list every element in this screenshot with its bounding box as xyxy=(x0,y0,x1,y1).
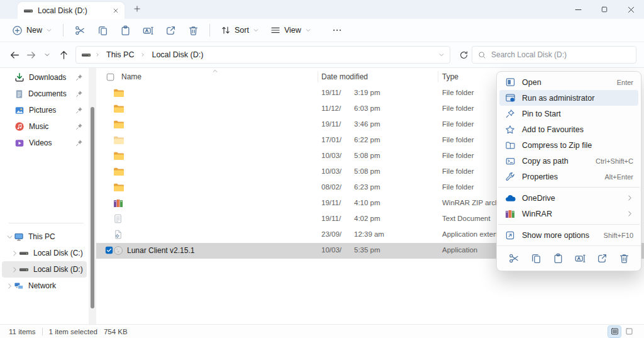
paste-button[interactable] xyxy=(551,251,565,265)
pin-icon xyxy=(75,123,83,130)
share-button[interactable] xyxy=(159,21,182,39)
delete-button[interactable] xyxy=(617,251,631,265)
select-all-checkbox[interactable] xyxy=(106,73,114,81)
icons-view-button[interactable] xyxy=(623,326,635,337)
menu-shortcut: Shift+F10 xyxy=(604,232,633,239)
column-name[interactable]: Name xyxy=(121,72,142,81)
column-date-modified[interactable]: Date modified xyxy=(321,72,368,81)
file-type: File folder xyxy=(442,167,474,175)
forward-button[interactable] xyxy=(23,47,39,63)
menu-item-label: Open xyxy=(522,78,617,87)
sidebar-item-this-pc[interactable]: This PC xyxy=(2,228,87,245)
sidebar-scrollbar[interactable] xyxy=(89,68,96,324)
file-type: File folder xyxy=(442,104,474,112)
sidebar-item-pictures[interactable]: Pictures xyxy=(2,102,87,118)
rename-button[interactable] xyxy=(573,251,587,265)
breadcrumb-local-disk-d[interactable]: Local Disk (D:) xyxy=(149,49,206,60)
file-date-modified: 10/03/ xyxy=(321,167,341,175)
file-date-modified: 17/01/ xyxy=(321,136,341,144)
navigation-bar: This PC Local Disk (D:) xyxy=(0,42,644,68)
menu-item-open[interactable]: OpenEnter xyxy=(499,74,638,90)
view-button[interactable]: View xyxy=(265,21,317,39)
sidebar: DownloadsDocumentsPicturesMusicVideos Th… xyxy=(0,68,89,324)
copy-button[interactable] xyxy=(529,251,543,265)
chevron-right-icon[interactable] xyxy=(10,250,19,257)
chevron-down-icon[interactable] xyxy=(5,234,14,240)
chevron-right-icon[interactable] xyxy=(5,283,14,290)
sidebar-item-local-disk-c[interactable]: Local Disk (C:) xyxy=(2,245,87,261)
details-view-button[interactable] xyxy=(608,326,621,337)
cut-button[interactable] xyxy=(69,21,91,39)
search-box xyxy=(472,46,636,64)
menu-item-copy-as-path[interactable]: Copy as pathCtrl+Shift+C xyxy=(499,153,638,169)
winrar-icon xyxy=(505,209,516,219)
delete-button[interactable] xyxy=(182,21,204,39)
file-type: File folder xyxy=(442,152,474,159)
refresh-button[interactable] xyxy=(455,47,472,63)
sort-ascending-icon xyxy=(212,68,218,74)
selection-count: 1 item selected xyxy=(49,328,97,335)
menu-item-run-as-administrator[interactable]: Run as administrator xyxy=(499,90,638,106)
see-more-button[interactable] xyxy=(326,21,348,39)
menu-item-pin-to-start[interactable]: Pin to Start xyxy=(499,106,638,121)
file-time-modified: 5:35 pm xyxy=(354,246,380,254)
pin-icon xyxy=(75,90,83,98)
file-type: File folder xyxy=(442,136,474,144)
up-button[interactable] xyxy=(55,47,72,63)
breadcrumb-chevron-icon xyxy=(95,52,100,57)
chevron-right-icon[interactable] xyxy=(10,266,19,273)
column-divider[interactable] xyxy=(438,71,438,82)
sidebar-item-music[interactable]: Music xyxy=(2,118,87,135)
sidebar-item-label: Downloads xyxy=(29,73,75,82)
menu-item-onedrive[interactable]: OneDrive xyxy=(499,190,638,206)
pin-icon xyxy=(75,106,83,114)
explorer-tab[interactable]: Local Disk (D:) xyxy=(18,2,125,19)
checkbox-checked-icon[interactable] xyxy=(105,246,113,254)
breadcrumb-this-pc[interactable]: This PC xyxy=(104,49,136,60)
file-date-modified: 11/12/ xyxy=(321,104,341,112)
back-button[interactable] xyxy=(6,47,23,63)
file-time-modified: 4:02 pm xyxy=(354,215,380,222)
maximize-button[interactable] xyxy=(591,0,618,19)
menu-item-label: OneDrive xyxy=(522,194,626,203)
menu-item-compress-to-zip-file[interactable]: Compress to Zip file xyxy=(499,137,638,153)
paste-button[interactable] xyxy=(114,21,136,39)
menu-item-winrar[interactable]: WinRAR xyxy=(499,206,638,222)
downloads-icon xyxy=(14,72,25,82)
search-input[interactable] xyxy=(491,50,630,59)
sidebar-item-local-disk-d[interactable]: Local Disk (D:) xyxy=(2,261,87,278)
sidebar-item-documents[interactable]: Documents xyxy=(2,86,87,102)
copy-button[interactable] xyxy=(91,21,114,39)
tab-close-icon[interactable] xyxy=(113,8,119,14)
rename-button[interactable] xyxy=(136,21,159,39)
file-time-modified: 6:23 pm xyxy=(354,183,380,191)
lunar-icon xyxy=(113,245,123,256)
menu-shortcut: Enter xyxy=(617,79,633,86)
address-bar[interactable]: This PC Local Disk (D:) xyxy=(75,46,450,64)
new-tab-button[interactable] xyxy=(133,5,141,13)
menu-item-show-more-options[interactable]: Show more optionsShift+F10 xyxy=(499,227,638,243)
address-dropdown-icon[interactable] xyxy=(438,52,445,58)
history-chevron-button[interactable] xyxy=(39,47,55,63)
column-divider[interactable] xyxy=(318,71,318,82)
sidebar-item-downloads[interactable]: Downloads xyxy=(2,69,87,86)
menu-item-add-to-favourites[interactable]: Add to Favourites xyxy=(499,121,638,137)
scrollbar-thumb[interactable] xyxy=(91,107,94,308)
sidebar-item-videos[interactable]: Videos xyxy=(2,135,87,151)
sidebar-item-network[interactable]: Network xyxy=(2,278,87,294)
share-button[interactable] xyxy=(595,251,609,265)
new-plus-icon xyxy=(12,25,23,36)
cut-button[interactable] xyxy=(507,251,521,265)
menu-item-properties[interactable]: PropertiesAlt+Enter xyxy=(499,169,638,184)
column-type[interactable]: Type xyxy=(442,72,458,81)
minimize-button[interactable] xyxy=(565,0,591,19)
drive-icon xyxy=(19,264,29,274)
submenu-chevron-icon xyxy=(626,194,633,201)
file-time-modified: 3:46 pm xyxy=(354,120,380,128)
folder-light-icon xyxy=(113,135,124,145)
close-button[interactable] xyxy=(618,0,644,19)
showmore-icon xyxy=(505,230,516,240)
sort-button-label: Sort xyxy=(235,26,249,35)
sort-button[interactable]: Sort xyxy=(215,21,265,39)
new-button[interactable]: New xyxy=(6,21,58,39)
